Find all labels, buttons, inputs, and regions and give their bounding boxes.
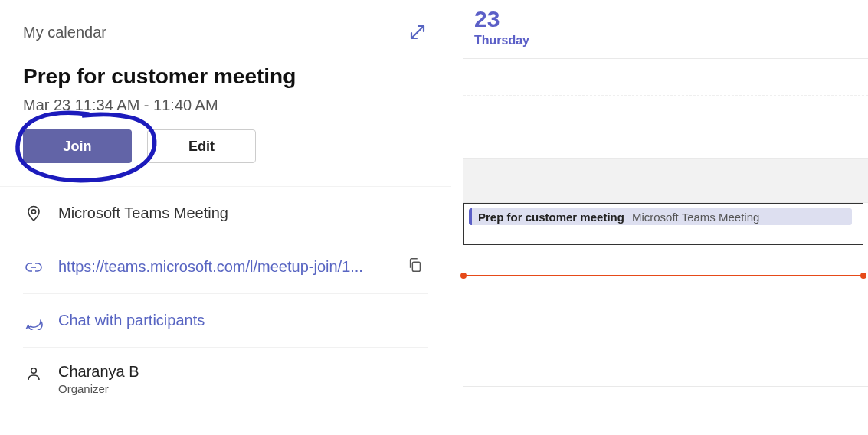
link-row: https://teams.microsoft.com/l/meetup-joi… (23, 240, 428, 294)
expand-button[interactable] (407, 21, 428, 43)
organizer-row: Charanya B Organizer (23, 348, 428, 395)
organizer-role: Organizer (58, 382, 139, 395)
time-slot[interactable] (463, 325, 868, 387)
calendar-event-subtitle: Microsoft Teams Meeting (632, 211, 759, 224)
copy-icon (407, 257, 424, 273)
link-icon (23, 257, 44, 278)
svg-point-2 (31, 368, 37, 374)
chat-text: Chat with participants (58, 312, 428, 329)
location-text: Microsoft Teams Meeting (58, 204, 428, 222)
copy-link-button[interactable] (407, 257, 428, 278)
event-time: Mar 23 11:34 AM - 11:40 AM (23, 96, 428, 114)
calendar-event-block[interactable]: Prep for customer meeting Microsoft Team… (463, 203, 863, 245)
calendar-day-name: Thursday (474, 34, 868, 47)
time-slot[interactable] (463, 96, 868, 159)
time-slot[interactable] (463, 159, 868, 203)
current-time-indicator (463, 275, 863, 276)
organizer-name: Charanya B (58, 363, 139, 381)
event-title: Prep for customer meeting (23, 64, 428, 89)
chat-row[interactable]: Chat with participants (23, 294, 428, 348)
calendar-grid[interactable]: Prep for customer meeting Microsoft Team… (463, 59, 868, 427)
calendar-event-chip[interactable]: Prep for customer meeting Microsoft Team… (469, 208, 852, 225)
time-gutter (452, 0, 463, 435)
panel-label: My calendar (23, 24, 407, 41)
person-icon (23, 363, 44, 384)
event-detail-panel: My calendar Prep for customer meeting Ma… (0, 0, 452, 435)
expand-icon (408, 23, 427, 41)
meeting-link[interactable]: https://teams.microsoft.com/l/meetup-joi… (58, 258, 393, 276)
calendar-event-title: Prep for customer meeting (478, 211, 624, 224)
button-row: Join Edit (23, 129, 428, 163)
calendar-day-header[interactable]: 23 Thursday (463, 0, 868, 59)
calendar-panel: 23 Thursday Prep for customer meeting Mi… (452, 0, 868, 435)
edit-button[interactable]: Edit (147, 129, 256, 163)
time-slot[interactable] (463, 59, 868, 96)
chat-icon (23, 310, 44, 332)
location-icon (23, 203, 44, 224)
join-button[interactable]: Join (23, 129, 132, 163)
svg-point-0 (31, 209, 35, 213)
svg-rect-1 (412, 262, 420, 271)
location-row: Microsoft Teams Meeting (23, 187, 428, 240)
calendar-day-number: 23 (474, 8, 868, 31)
time-slot[interactable] (463, 245, 868, 283)
